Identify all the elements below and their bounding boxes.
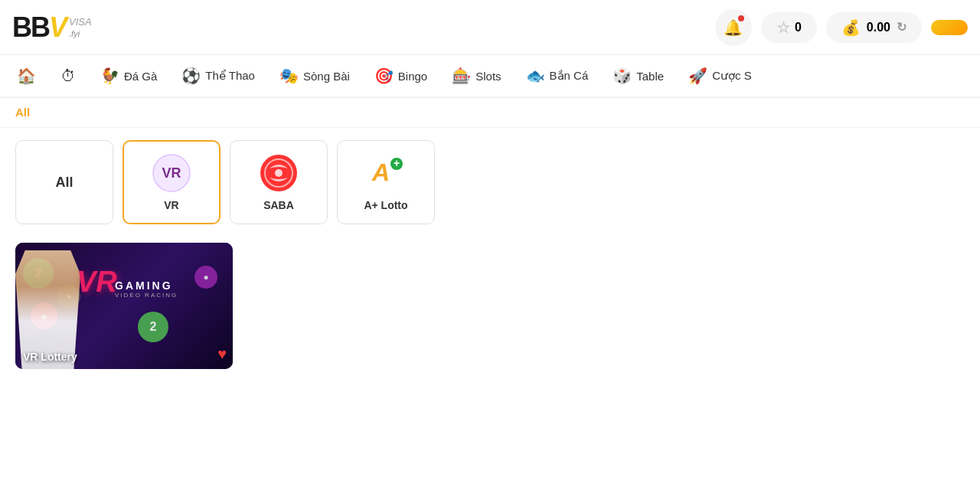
- deposit-button[interactable]: [931, 20, 968, 35]
- nav-label-table: Table: [636, 70, 664, 83]
- game-label-vr-lottery: VR Lottery: [23, 351, 77, 363]
- game-section: 2 ● ● 2 ● VR GAMING VIDEO RACING VR Lott…: [0, 237, 980, 384]
- logo-visa: VISA.fyi: [69, 16, 92, 39]
- slots-icon: 🎰: [452, 67, 471, 85]
- history-icon: ⏱: [60, 67, 76, 85]
- alotto-logo-svg: A +: [366, 153, 406, 193]
- game-card-vr-lottery[interactable]: 2 ● ● 2 ● VR GAMING VIDEO RACING VR Lott…: [15, 243, 233, 369]
- svg-text:+: +: [394, 157, 400, 169]
- nav-label-slots: Slots: [475, 70, 501, 83]
- nav-item-history[interactable]: ⏱: [50, 60, 87, 93]
- nav-label-da-ga: Đá Gà: [124, 70, 157, 83]
- bingo-icon: 🎯: [374, 67, 394, 85]
- svg-text:VR: VR: [162, 165, 181, 181]
- provider-all-label: All: [55, 175, 73, 191]
- provider-card-alotto[interactable]: A + A+ Lotto: [337, 140, 435, 224]
- table-icon: 🎲: [612, 67, 632, 85]
- saba-logo-svg: [259, 153, 299, 193]
- filter-all-label[interactable]: All: [15, 106, 30, 119]
- ball-purple: ●: [194, 266, 217, 289]
- nav-label-cuoc-s: Cược S: [712, 69, 752, 83]
- header: BBV VISA.fyi 🔔 ☆ 0 💰 0.00 ↻: [0, 0, 980, 55]
- gaming-text: GAMING: [115, 279, 173, 292]
- da-ga-icon: 🐓: [100, 67, 119, 85]
- provider-section: All VR VR SABA: [0, 128, 980, 237]
- video-racing-text: VIDEO RACING: [115, 292, 178, 299]
- nav-item-home[interactable]: 🏠: [6, 59, 47, 93]
- notification-bell-button[interactable]: 🔔: [715, 9, 752, 46]
- main-nav: 🏠 ⏱ 🐓 Đá Gà ⚽ Thể Thao 🎭 Sòng Bài 🎯 Bing…: [0, 55, 980, 98]
- nav-label-song-bai: Sòng Bài: [303, 70, 350, 83]
- cuoc-s-icon: 🚀: [688, 67, 707, 85]
- nav-label-ban-ca: Bắn Cá: [550, 69, 589, 83]
- nav-item-ban-ca[interactable]: 🐟 Bắn Cá: [515, 59, 599, 93]
- nav-item-cuoc-s[interactable]: 🚀 Cược S: [678, 59, 763, 93]
- nav-label-bingo: Bingo: [398, 70, 427, 83]
- provider-card-all[interactable]: All: [15, 140, 113, 224]
- ban-ca-icon: 🐟: [526, 67, 545, 85]
- logo-area: BBV VISA.fyi: [12, 11, 92, 44]
- provider-alotto-label: A+ Lotto: [364, 199, 407, 211]
- nav-item-song-bai[interactable]: 🎭 Sòng Bài: [269, 59, 361, 93]
- provider-saba-label: SABA: [263, 199, 294, 211]
- logo-b: BB: [12, 11, 49, 43]
- nav-label-the-thao: Thể Thao: [205, 69, 255, 83]
- provider-grid: All VR VR SABA: [15, 140, 965, 224]
- logo-fyi: .fyi: [69, 29, 80, 38]
- vr-big-text: VR: [77, 266, 117, 299]
- favorites-count: 0: [795, 21, 802, 34]
- provider-vr-label: VR: [164, 199, 178, 211]
- nav-item-bingo[interactable]: 🎯 Bingo: [364, 59, 438, 93]
- saba-logo: [259, 153, 299, 193]
- balance-value: 0.00: [867, 21, 890, 34]
- provider-card-saba[interactable]: SABA: [230, 140, 328, 224]
- star-icon: ☆: [776, 18, 790, 37]
- alotto-logo: A +: [366, 153, 406, 193]
- vr-logo-svg: VR: [152, 153, 191, 193]
- favorite-button[interactable]: ♥: [217, 345, 227, 363]
- ball-2-lime: 2: [138, 312, 168, 342]
- home-icon: 🏠: [17, 67, 36, 85]
- logo-v: V: [49, 11, 66, 43]
- svg-point-4: [275, 169, 283, 177]
- svg-text:A: A: [371, 158, 390, 186]
- header-right: 🔔 ☆ 0 💰 0.00 ↻: [715, 9, 968, 46]
- nav-item-the-thao[interactable]: ⚽ Thể Thao: [171, 59, 266, 93]
- nav-item-table[interactable]: 🎲 Table: [602, 59, 675, 93]
- refresh-icon: ↻: [897, 20, 906, 34]
- favorites-button[interactable]: ☆ 0: [761, 12, 817, 43]
- vr-logo: VR: [152, 153, 191, 193]
- song-bai-icon: 🎭: [279, 67, 299, 85]
- balance-button[interactable]: 💰 0.00 ↻: [826, 12, 922, 43]
- the-thao-icon: ⚽: [181, 67, 201, 85]
- notification-dot: [738, 15, 744, 21]
- nav-item-slots[interactable]: 🎰 Slots: [441, 59, 511, 93]
- provider-card-vr[interactable]: VR VR: [122, 140, 220, 224]
- logo: BBV: [12, 11, 66, 44]
- wallet-icon: 💰: [841, 18, 861, 37]
- nav-item-da-ga[interactable]: 🐓 Đá Gà: [90, 59, 168, 93]
- filter-bar: All: [0, 98, 980, 128]
